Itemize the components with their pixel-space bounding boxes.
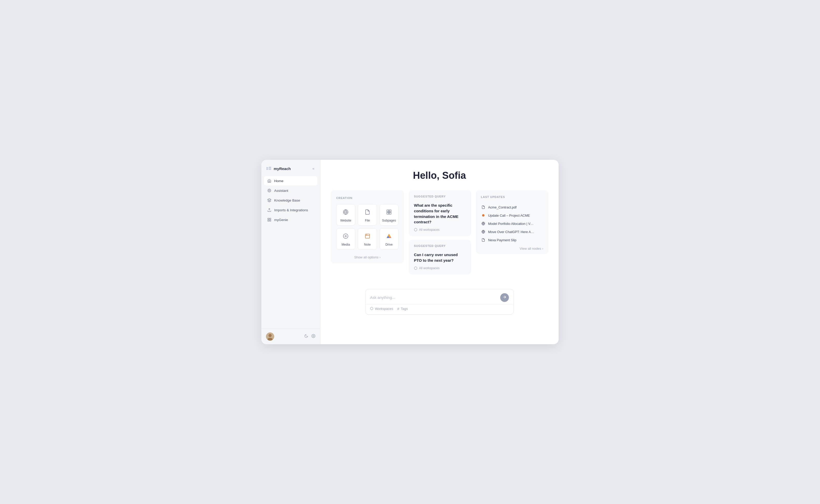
svg-rect-13: [387, 210, 389, 212]
creation-card: CREATION Website File: [330, 190, 404, 263]
workspace-label-0: All workspaces: [419, 228, 440, 232]
note-icon: [363, 232, 372, 241]
ask-input-row: [365, 289, 514, 305]
update-item-2[interactable]: Model Portfolio Allocation | Vanguard: [481, 219, 543, 228]
creation-item-subpages[interactable]: Subpages: [379, 204, 398, 226]
svg-rect-5: [268, 220, 269, 221]
file-label: File: [365, 219, 370, 222]
drive-icon: [384, 232, 393, 241]
web-icon-2: [481, 221, 486, 226]
sidebar-item-assistant[interactable]: Assistant: [264, 186, 317, 195]
brand: ⠿ myReach: [266, 166, 291, 171]
subpages-label: Subpages: [382, 219, 396, 222]
creation-grid: Website File Subpages: [336, 204, 398, 250]
imports-label: Imports & Integrations: [274, 208, 308, 212]
sidebar-footer: [261, 329, 320, 344]
ask-input[interactable]: [370, 295, 500, 300]
workspaces-filter[interactable]: Workspaces: [370, 307, 393, 311]
main-content: Hello, Sofia CREATION Website: [320, 160, 559, 344]
sidebar-item-home[interactable]: Home: [264, 176, 317, 185]
update-item-3[interactable]: Move Over ChatGPT: Here Are (Ne...: [481, 228, 543, 236]
doc-icon-0: [481, 205, 486, 209]
sidebar: ⠿ myReach Home Assistant: [261, 160, 320, 344]
home-label: Home: [274, 179, 283, 183]
media-icon: [341, 232, 350, 241]
suggested-query-label-0: SUGGESTED QUERY: [414, 195, 466, 198]
sidebar-header: ⠿ myReach: [261, 160, 320, 174]
query-card-1[interactable]: SUGGESTED QUERY Can I carry over unused …: [409, 240, 471, 275]
footer-icons: [304, 334, 315, 339]
query-workspace-1: All workspaces: [414, 266, 466, 270]
svg-point-18: [345, 235, 346, 237]
svg-point-25: [482, 214, 484, 216]
query-workspace-0: All workspaces: [414, 228, 466, 232]
collapse-icon: [312, 166, 314, 171]
svg-rect-19: [365, 234, 369, 238]
ask-footer-row: Workspaces # Tags: [365, 305, 514, 314]
update-item-0[interactable]: Acme_Contract.pdf: [481, 203, 543, 211]
assistant-label: Assistant: [274, 189, 288, 193]
avatar[interactable]: [266, 332, 274, 341]
creation-label: CREATION: [336, 196, 398, 199]
update-text-0: Acme_Contract.pdf: [488, 205, 517, 209]
update-text-3: Move Over ChatGPT: Here Are (Ne...: [488, 230, 534, 234]
chevron-right-icon: ›: [542, 247, 543, 250]
view-all-nodes[interactable]: View all nodes ›: [481, 247, 543, 250]
svg-rect-3: [268, 218, 269, 219]
ask-container: Workspaces # Tags: [365, 289, 514, 315]
collapse-button[interactable]: [311, 165, 315, 172]
creation-item-drive[interactable]: Drive: [379, 228, 398, 250]
update-text-2: Model Portfolio Allocation | Vanguard: [488, 222, 534, 226]
mygenie-label: myGenie: [274, 218, 288, 222]
kb-label: Knowledge Base: [274, 198, 300, 202]
sidebar-item-mygenie[interactable]: myGenie: [264, 215, 317, 224]
update-item-1[interactable]: Update Call – Project ACME: [481, 211, 543, 219]
svg-point-0: [268, 189, 271, 192]
orange-dot-icon-1: [481, 213, 486, 218]
update-text-1: Update Call – Project ACME: [488, 214, 530, 217]
workspaces-label: Workspaces: [375, 307, 393, 311]
query-card-0[interactable]: SUGGESTED QUERY What are the specific co…: [409, 190, 471, 236]
creation-item-note[interactable]: Note: [358, 228, 377, 250]
page-title: Hello, Sofia: [413, 170, 466, 181]
creation-item-media[interactable]: Media: [336, 228, 355, 250]
sidebar-item-knowledge-base[interactable]: Knowledge Base: [264, 196, 317, 205]
app-window: ⠿ myReach Home Assistant: [261, 160, 559, 344]
file-icon: [363, 207, 372, 217]
hash-icon: #: [397, 307, 399, 311]
website-label: Website: [340, 219, 351, 222]
brand-name: myReach: [274, 166, 291, 171]
kb-icon: [267, 198, 272, 203]
sidebar-item-imports[interactable]: Imports & Integrations: [264, 205, 317, 215]
svg-rect-4: [269, 218, 271, 219]
creation-item-website[interactable]: Website: [336, 204, 355, 226]
svg-point-10: [313, 335, 314, 337]
ask-send-button[interactable]: [500, 293, 509, 302]
creation-item-file[interactable]: File: [358, 204, 377, 226]
svg-rect-16: [389, 212, 391, 214]
query-text-0: What are the specific conditions for ear…: [414, 203, 466, 225]
query-text-1: Can I carry over unused PTO to the next …: [414, 252, 466, 263]
svg-point-8: [268, 334, 272, 337]
media-label: Media: [341, 243, 350, 246]
workspace-filter-icon: [370, 307, 373, 311]
svg-rect-6: [269, 220, 271, 221]
drive-label: Drive: [385, 243, 392, 246]
tags-label: Tags: [401, 307, 408, 311]
gear-icon[interactable]: [311, 334, 315, 339]
sidebar-nav: Home Assistant Knowledge Base Imports & …: [261, 174, 320, 329]
tags-filter[interactable]: # Tags: [397, 307, 408, 311]
subpages-icon: [384, 207, 393, 217]
update-item-4[interactable]: Nexa Payment Slip: [481, 236, 543, 244]
web-icon-3: [481, 229, 486, 234]
note-label: Note: [364, 243, 370, 246]
send-icon: [503, 295, 507, 300]
chevron-right-icon: ›: [379, 255, 380, 259]
show-all-options[interactable]: Show all options ›: [336, 253, 398, 259]
queries-column: SUGGESTED QUERY What are the specific co…: [409, 190, 471, 275]
moon-icon[interactable]: [304, 334, 308, 339]
home-icon: [267, 179, 272, 183]
svg-rect-15: [387, 212, 389, 214]
svg-point-1: [268, 190, 270, 191]
genie-icon: [267, 217, 272, 222]
